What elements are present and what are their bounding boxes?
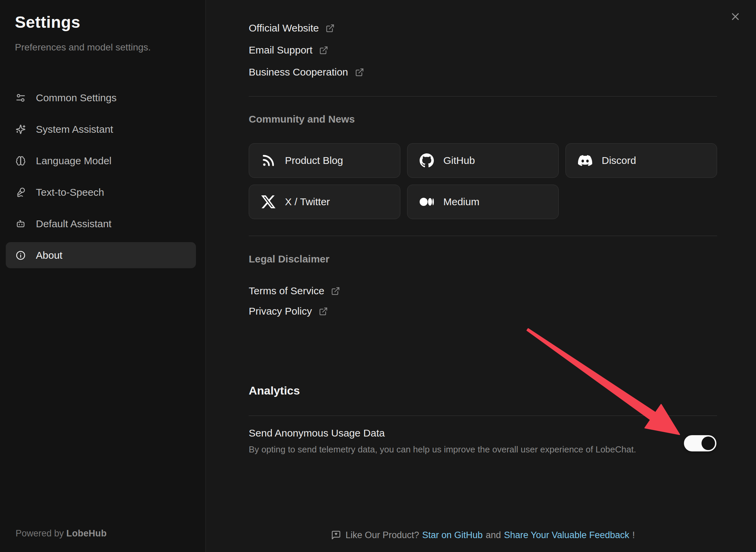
sidebar-item-label: Text-to-Speech (36, 187, 104, 198)
legal-heading: Legal Disclaimer (249, 253, 329, 265)
brand-logo: LobeHub (66, 528, 107, 538)
external-link-icon (326, 24, 335, 33)
card-label: GitHub (443, 155, 475, 166)
sidebar-item-label: About (36, 250, 62, 261)
info-icon (16, 250, 26, 260)
footer-text-middle: and (486, 530, 501, 540)
external-link-icon (319, 307, 328, 316)
sidebar-item-label: Default Assistant (36, 218, 111, 230)
sidebar-item-language-model[interactable]: Language Model (6, 148, 196, 174)
link-label: Terms of Service (249, 285, 324, 297)
github-icon (420, 153, 434, 168)
page-title: Settings (15, 13, 80, 31)
sidebar-item-common-settings[interactable]: Common Settings (6, 85, 196, 111)
community-heading: Community and News (249, 113, 355, 125)
community-card-discord[interactable]: Discord (565, 143, 717, 178)
message-square-heart-icon (331, 530, 341, 540)
sparkles-icon (16, 124, 26, 134)
link-privacy-policy[interactable]: Privacy Policy (249, 305, 328, 318)
link-terms-of-service[interactable]: Terms of Service (249, 284, 340, 297)
link-label: Business Cooperation (249, 66, 348, 78)
sidebar-item-text-to-speech[interactable]: Text-to-Speech (6, 179, 196, 205)
sidebar-item-label: Common Settings (36, 92, 116, 104)
brain-icon (16, 156, 26, 166)
footer-text-suffix: ! (632, 530, 635, 540)
sidebar-item-default-assistant[interactable]: Default Assistant (6, 211, 196, 237)
link-business-cooperation[interactable]: Business Cooperation (249, 66, 364, 79)
link-email-support[interactable]: Email Support (249, 44, 328, 57)
link-label: Official Website (249, 22, 319, 34)
about-panel: Contact Us Official Website Email Suppor… (249, 0, 717, 552)
contact-us-heading: Contact Us (249, 0, 302, 2)
telemetry-setting-description: By opting to send telemetry data, you ca… (249, 444, 636, 455)
sliders-icon (16, 93, 26, 103)
card-label: Medium (443, 196, 480, 208)
card-label: Product Blog (285, 155, 343, 166)
section-divider (249, 96, 717, 97)
community-card-github[interactable]: GitHub (407, 143, 559, 178)
external-link-icon (331, 286, 340, 296)
close-button[interactable] (730, 11, 741, 22)
medium-icon (420, 195, 434, 209)
telemetry-toggle[interactable] (684, 435, 716, 451)
card-label: Discord (602, 155, 636, 166)
section-divider (249, 416, 717, 416)
powered-by-text: Powered by (16, 528, 64, 538)
link-label: Email Support (249, 44, 312, 56)
share-feedback-link[interactable]: Share Your Valuable Feedback (504, 530, 629, 540)
section-divider (249, 236, 717, 236)
footer-text-prefix: Like Our Product? (346, 530, 419, 540)
settings-sidebar: Settings Preferences and model settings.… (0, 0, 206, 552)
community-card-x-twitter[interactable]: X / Twitter (249, 185, 400, 219)
analytics-heading: Analytics (249, 384, 300, 397)
discord-icon (578, 153, 592, 168)
mic-icon (16, 187, 26, 197)
star-on-github-link[interactable]: Star on GitHub (422, 530, 483, 540)
community-card-product-blog[interactable]: Product Blog (249, 143, 400, 178)
community-cards: Product Blog GitHub Discord X / Twitter … (249, 143, 717, 219)
external-link-icon (319, 46, 328, 55)
x-icon (261, 195, 275, 209)
close-icon (730, 11, 741, 22)
sidebar-item-label: Language Model (36, 155, 112, 167)
footer: Like Our Product? Star on GitHub and Sha… (249, 528, 717, 542)
settings-nav: Common Settings System Assistant Languag… (6, 85, 196, 268)
card-label: X / Twitter (285, 196, 330, 208)
page-subtitle: Preferences and model settings. (15, 42, 151, 53)
bot-icon (16, 219, 26, 229)
sidebar-item-about[interactable]: About (6, 242, 196, 268)
powered-by: Powered by LobeHub (16, 528, 107, 539)
toggle-knob (702, 437, 715, 450)
community-card-medium[interactable]: Medium (407, 185, 559, 219)
external-link-icon (355, 68, 364, 77)
rss-icon (261, 153, 275, 168)
telemetry-setting-label: Send Anonymous Usage Data (249, 427, 385, 439)
sidebar-item-label: System Assistant (36, 124, 113, 135)
link-official-website[interactable]: Official Website (249, 22, 335, 35)
sidebar-item-system-assistant[interactable]: System Assistant (6, 116, 196, 142)
link-label: Privacy Policy (249, 305, 312, 317)
